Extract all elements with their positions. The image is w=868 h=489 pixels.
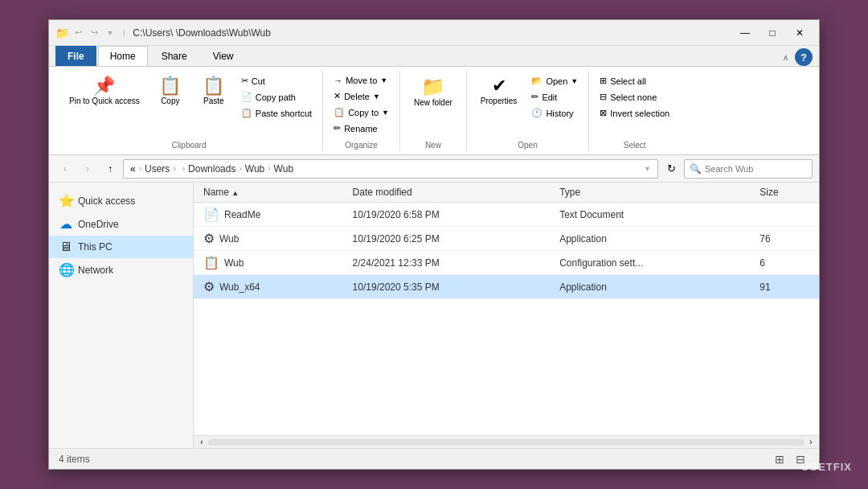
clipboard-group: 📌 Pin to Quick access 📋 Copy 📋 Paste [55,70,323,151]
table-row[interactable]: 📄ReadMe10/19/2020 6:58 PMText Document [194,203,819,227]
copy-button[interactable]: 📋 Copy [150,73,190,109]
new-folder-icon: 📁 [421,77,445,97]
up-button[interactable]: ↑ [100,159,120,179]
tab-share[interactable]: Share [149,46,199,66]
file-size-2: 6 [753,251,819,275]
file-type-1: Application [553,227,753,251]
explorer-window: 📁 ↩ ↪ ▼ | C:\Users\ \Downloads\Wub\Wub —… [48,19,820,470]
file-name-0: ReadMe [224,209,260,220]
nav-bar: ‹ › ↑ « › Users › › Downloads › Wub › Wu… [49,155,819,183]
new-folder-button[interactable]: 📁 New folder [407,73,460,112]
close-button[interactable]: ✕ [787,23,813,43]
scroll-left-button[interactable]: ‹ [195,437,208,448]
cut-button[interactable]: ✂ Cut [237,73,316,88]
search-input[interactable] [705,164,816,174]
organize-group: → Move to ▼ ✕ Delete ▼ 📋 Copy to ▼ [323,70,400,151]
breadcrumb-downloads[interactable]: Downloads [188,163,235,175]
back-button[interactable]: ‹ [55,159,75,179]
new-folder-label: New folder [414,98,452,108]
select-all-icon: ⊞ [600,76,607,86]
table-row[interactable]: ⚙Wub_x6410/19/2020 5:35 PMApplication91 [194,275,819,299]
sidebar-item-network[interactable]: 🌐 Network [49,258,193,281]
properties-label: Properties [481,97,518,105]
copy-to-label: Copy to [348,108,379,117]
sidebar: ⭐ Quick access ☁ OneDrive 🖥 This PC 🌐 Ne… [49,183,194,448]
pin-to-quick-access-button[interactable]: 📌 Pin to Quick access [62,73,147,110]
select-all-button[interactable]: ⊞ Select all [596,73,674,88]
sidebar-item-quick-access[interactable]: ⭐ Quick access [49,189,193,212]
select-all-label: Select all [610,76,646,86]
file-size-0 [753,203,819,227]
minimize-button[interactable]: — [732,23,758,43]
edit-icon: ✏ [531,92,538,102]
select-none-label: Select none [610,92,657,102]
breadcrumb-sep-4: › [239,164,241,173]
edit-button[interactable]: ✏ Edit [527,89,582,105]
breadcrumb-sep-1: › [139,164,141,173]
file-name-1: Wub [219,233,239,244]
file-size-3: 91 [753,275,819,299]
edit-label: Edit [542,92,557,102]
scroll-right-button[interactable]: › [805,437,817,448]
breadcrumb-users[interactable]: Users [145,163,170,175]
delete-icon: ✕ [334,91,341,101]
sidebar-item-onedrive[interactable]: ☁ OneDrive [49,212,193,236]
tab-home[interactable]: Home [98,46,148,66]
folder-icon: 📁 [55,27,68,39]
new-buttons: 📁 New folder [407,70,460,139]
rename-label: Rename [344,124,378,134]
status-bar: 4 items ⊞ ⊟ [49,448,819,469]
breadcrumb-wub1[interactable]: Wub [245,163,264,175]
maximize-button[interactable]: □ [760,23,785,43]
breadcrumb-wub2[interactable]: Wub [274,163,293,175]
pin-icon: 📌 [93,77,115,95]
col-type: Type [553,183,753,203]
title-bar: 📁 ↩ ↪ ▼ | C:\Users\ \Downloads\Wub\Wub —… [49,20,819,46]
rename-button[interactable]: ✏ Rename [330,121,393,136]
paste-label: Paste [203,97,224,105]
move-to-button[interactable]: → Move to ▼ [330,73,393,88]
table-row[interactable]: 📋Wub2/24/2021 12:33 PMConfiguration sett… [194,251,819,275]
file-name-2: Wub [224,257,244,269]
tab-view[interactable]: View [201,46,246,66]
invert-selection-button[interactable]: ⊠ Invert selection [596,105,674,121]
sidebar-label-onedrive: OneDrive [78,219,119,230]
select-small-buttons: ⊞ Select all ⊟ Select none ⊠ Invert sele… [596,73,674,121]
copy-icon: 📋 [159,77,181,95]
file-name-cell-1: ⚙Wub [194,227,346,251]
undo-icon: ↩ [72,27,84,39]
breadcrumb-dropdown-arrow[interactable]: ▼ [644,165,651,173]
copy-path-button[interactable]: 📄 Copy path [237,89,316,105]
file-date-3: 10/19/2020 5:35 PM [346,275,554,299]
delete-button[interactable]: ✕ Delete ▼ [330,88,393,104]
clipboard-buttons: 📌 Pin to Quick access 📋 Copy 📋 Paste [62,70,316,139]
help-button[interactable]: ? [795,48,813,66]
tab-file[interactable]: File [55,46,96,66]
paste-shortcut-icon: 📋 [241,108,252,118]
select-buttons: ⊞ Select all ⊟ Select none ⊠ Invert sele… [596,70,674,139]
open-small-buttons: 📂 Open ▼ ✏ Edit 🕐 History [527,73,582,121]
paste-button[interactable]: 📋 Paste [194,73,234,109]
copy-path-icon: 📄 [241,92,252,102]
file-type-0: Text Document [553,203,753,227]
sidebar-item-this-pc[interactable]: 🖥 This PC [49,236,193,258]
details-view-button[interactable]: ⊞ [771,452,788,466]
file-name-cell-0: 📄ReadMe [194,203,346,227]
refresh-button[interactable]: ↻ [661,159,681,179]
network-icon: 🌐 [59,262,73,277]
move-to-arrow: ▼ [380,76,387,84]
open-label: Open [546,76,567,86]
table-row[interactable]: ⚙Wub10/19/2020 6:25 PMApplication76 [194,227,819,251]
properties-icon: ✔ [492,77,506,95]
paste-shortcut-button[interactable]: 📋 Paste shortcut [237,105,316,121]
open-button[interactable]: 📂 Open ▼ [527,73,582,88]
properties-button[interactable]: ✔ Properties [473,73,525,109]
scrollbar-track[interactable] [208,439,805,446]
copy-to-button[interactable]: 📋 Copy to ▼ [330,105,393,120]
history-button[interactable]: 🕐 History [527,105,582,121]
table-header-row: Name ▲ Date modified Type Size [194,183,819,203]
dropdown-icon[interactable]: ▼ [104,27,117,39]
pin-label: Pin to Quick access [69,97,140,106]
forward-button[interactable]: › [78,159,97,179]
select-none-button[interactable]: ⊟ Select none [596,89,674,105]
